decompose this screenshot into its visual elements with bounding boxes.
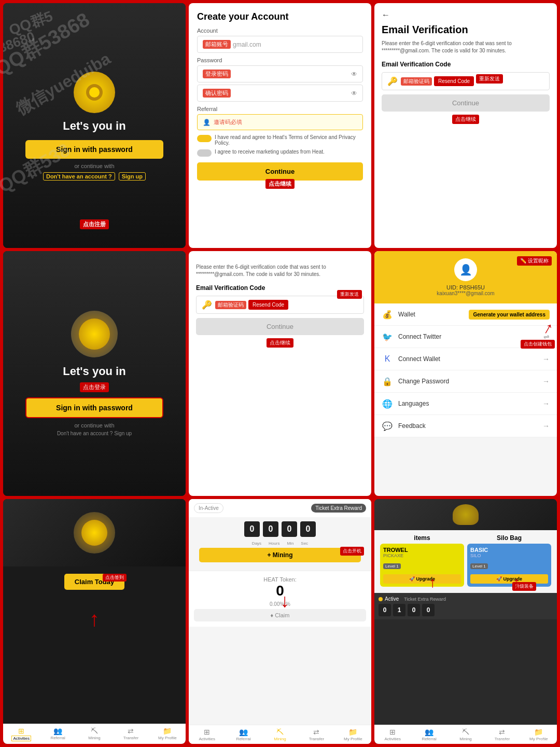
languages-arrow: → [542,399,550,408]
feedback-label: Feedback [398,422,426,430]
mining-bottom-nav: ⊞ Activities 👥 Referral ⛏ Mining ⇄ Trans… [189,725,371,744]
items-min: 0 [408,604,420,616]
marketing-toggle[interactable] [197,149,212,157]
account-input[interactable]: 邮箱账号 gmail.com [197,36,363,53]
password-label: Change Password [398,378,449,385]
label-min: Min [287,541,293,546]
m-activities-label: Activities [199,737,215,741]
connect-wallet-label: Connect Wallet [398,355,440,363]
items-header-img [374,499,557,530]
mining-nav-label: Mining [88,736,101,740]
terms-toggle[interactable] [197,135,212,142]
countdown-row: 0 0 0 0 [189,517,371,541]
i-activities-label: Activities [384,737,401,741]
signin-button-2[interactable]: Sign in with password [25,397,163,418]
code-label: Email Verification Code [382,61,550,68]
signup-text: Don't have an account ? Sign up [43,173,146,179]
inactive-badge: In-Active [194,503,223,513]
profile-email: kaixuan3****@gmail.com [382,290,550,296]
silo-type: SILO [470,553,548,558]
ticket-badge: Ticket Extra Reward [311,504,366,513]
cn-claim-label: 点击签到 [103,574,127,582]
activities-logo [74,512,115,554]
profile-avatar: 👤 [454,258,477,281]
back-arrow[interactable]: ← [382,10,550,20]
items-col-label: items [379,534,466,542]
trowel-upgrade-button[interactable]: 🚀 Upgrade [383,574,461,584]
m-activities-icon: ⊞ [204,728,210,736]
transfer-nav-label: Transfer [123,736,139,740]
verify-desc: Please enter the 6-digit verification co… [382,40,550,54]
nav-mining[interactable]: ⛏ Mining [76,724,113,744]
wallet-label: Wallet [398,311,415,318]
m-referral-label: Referral [236,737,250,741]
key-icon: 🔑 [387,76,398,86]
silo-upgrade-button[interactable]: 🚀 Upgrade [470,574,548,584]
m-referral-icon: 👥 [239,728,248,736]
no-account-2: Don't have an account ? Sign up [57,431,132,436]
password-input[interactable]: 登录密码 👁 [197,65,363,82]
nav-transfer[interactable]: ⇄ Transfer [113,724,149,744]
mining-nav-profile[interactable]: 📁 My Profile [335,725,371,744]
nav-referral[interactable]: 👥 Referral [39,724,76,744]
i-mining-icon: ⛏ [462,728,469,736]
i-activities-icon: ⊞ [389,728,396,736]
claim-wrapper: Claim Today 点击签到 [64,574,124,595]
svg-point-1 [89,87,100,98]
wallet-cn-label: 点击创建钱包 [521,338,555,349]
red-arrow-claim: ↑ [89,607,100,631]
nav-activities[interactable]: ⊞ Activities [3,724,39,744]
i-referral-icon: 👥 [425,728,433,736]
terms-toggle-row: I have read and agree to Heat's Terms of… [197,134,363,146]
referral-label: Referral [197,106,363,112]
edit-nickname-btn[interactable]: ✏️ 设置昵称 [517,256,552,266]
cell-profile: 👤 UID: P8SH65U kaixuan3****@gmail.com ✏️… [374,251,557,496]
resend-button[interactable]: Resend Code [434,76,474,86]
silo-level: Level 1 [470,563,488,569]
red-arrow-mining: ↑ [280,592,289,614]
label-hours: Hours [269,541,279,546]
feedback-menu-item[interactable]: 💬 Feedback → [374,415,557,437]
password-menu-item[interactable]: 🔒 Change Password → [374,370,557,393]
code-input[interactable]: 🔑 邮箱验证码 Resend Code [382,72,550,90]
feedback-arrow: → [542,422,550,430]
mining-nav-transfer[interactable]: ⇄ Transfer [298,725,334,744]
active-dot [379,597,383,601]
mining-btn-wrapper: + Mining 点击开机 [189,548,371,571]
silo-name: BASIC [470,547,548,553]
languages-menu-item[interactable]: 🌐 Languages → [374,393,557,415]
globe-icon: 🌐 [382,398,393,409]
continue-button-2[interactable]: Continue [382,94,550,112]
languages-label: Languages [398,400,429,407]
mining-button[interactable]: + Mining [199,548,361,562]
claim-section: Claim Today 点击签到 ↑ [3,566,186,638]
continue-button[interactable]: Continue [197,162,363,181]
cn-continue-label: 点击继续 [452,115,479,124]
mining-nav-activities[interactable]: ⊞ Activities [189,725,225,744]
items-nav-referral[interactable]: 👥 Referral [411,725,447,744]
i-profile-icon: 📁 [534,728,543,736]
cell-activities: Claim Today 点击签到 ↑ ⊞ Activities 👥 Referr… [3,499,186,744]
nav-profile[interactable]: 📁 My Profile [149,724,186,744]
signup-link[interactable]: Sign up [119,172,146,181]
confirm-input[interactable]: 确认密码 👁 [197,85,363,102]
items-nav-activities[interactable]: ⊞ Activities [374,725,411,744]
referral-nav-label: Referral [50,736,65,740]
referral-input[interactable]: 👤 邀请码必填 [197,114,363,130]
signin-button[interactable]: Sign in with password [25,140,163,159]
cn-continue: 点击继续 [265,179,295,189]
resend-button-2[interactable]: Resend Code [248,300,288,310]
continue-button-3[interactable]: Continue [196,318,364,335]
i-transfer-icon: ⇄ [499,728,505,736]
terms-text: I have read and agree to Heat's Terms of… [215,134,363,146]
mining-nav-referral[interactable]: 👥 Referral [225,725,261,744]
profile-nav-label: My Profile [158,736,177,740]
cell-create-account: Create your Account Account 邮箱账号 gmail.c… [189,3,371,248]
generate-wallet-button[interactable]: Generate your wallet address [469,310,550,320]
password-arrow: → [542,377,550,385]
items-nav-mining[interactable]: ⛏ Mining [447,725,484,744]
mining-nav-mining[interactable]: ⛏ Mining [262,725,298,744]
items-logo [453,504,479,525]
footer-watermark: 1创业网www.cywz1.com [499,738,556,745]
connect-wallet-menu-item[interactable]: K Connect Wallet → [374,348,557,370]
